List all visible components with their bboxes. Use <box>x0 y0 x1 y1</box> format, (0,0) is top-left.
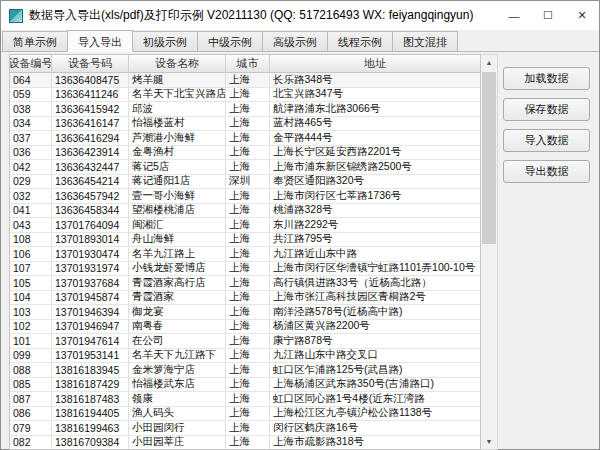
table-row[interactable]: 03813636415942邱波上海航津路浦东北路3066号 <box>10 102 480 117</box>
table-row[interactable]: 08513816187429怡福楼武东店上海上海杨浦区武东路350号(吉浦路口) <box>10 378 480 393</box>
vertical-scrollbar[interactable]: ▲ ▼ <box>481 54 498 450</box>
cell-device-name: 望湘楼桃浦店 <box>129 204 226 219</box>
cell-device-id: 064 <box>10 73 52 88</box>
table-row[interactable]: 10513701937684青霞酒家高行店上海高行镇俱进路33号（近杨高北路） <box>10 276 480 291</box>
tab-page-import-export: 设备编号设备号码设备名称城市地址 06413636408475烤羊腿上海长乐路3… <box>1 52 599 449</box>
cell-device-phone: 13701946947 <box>52 320 129 335</box>
cell-device-id: 043 <box>10 218 52 233</box>
table-row[interactable]: 03613636423914金粤渔村上海上海长宁区延安西路2201号 <box>10 146 480 161</box>
cell-address: 北宝兴路347号 <box>270 88 480 103</box>
cell-device-phone: 13816199463 <box>52 421 129 436</box>
cell-device-id: 108 <box>10 233 52 248</box>
table-row[interactable]: 02913636454214蒋记通阳1店深圳奉贤区通阳路320号 <box>10 175 480 190</box>
cell-device-name: 渔人码头 <box>129 407 226 422</box>
table-row[interactable]: 08713816187483领康上海虹口区同心路1号4楼(近东江湾路 <box>10 392 480 407</box>
column-header-city[interactable]: 城市 <box>226 55 270 73</box>
table-row[interactable]: 10713701931974小钱龙虾爱博店上海上海市闵行区华漕镇宁虹路1101弄… <box>10 262 480 277</box>
cell-device-name: 芦潮港小海鲜 <box>129 131 226 146</box>
cell-device-phone: 13636423914 <box>52 146 129 161</box>
cell-city: 上海 <box>226 334 270 349</box>
cell-city: 上海 <box>226 407 270 422</box>
import-data-button[interactable]: 导入数据 <box>503 129 590 152</box>
table-row[interactable]: 08613816194405渔人码头上海上海松江区九亭镇沪松公路1138号 <box>10 407 480 422</box>
table-row[interactable]: 03213636457942壹一哥小海鲜上海上海市闵行区七莘路1736号 <box>10 189 480 204</box>
column-header-device-name[interactable]: 设备名称 <box>129 55 226 73</box>
cell-device-name: 舟山海鲜 <box>129 233 226 248</box>
close-button[interactable]: ✕ <box>565 1 599 30</box>
cell-city: 上海 <box>226 291 270 306</box>
tab-richtext[interactable]: 图文混排 <box>392 31 458 51</box>
tab-middle[interactable]: 中级示例 <box>197 31 263 51</box>
cell-device-phone: 13701937684 <box>52 276 129 291</box>
cell-device-name: 在公司 <box>129 334 226 349</box>
cell-device-name: 领康 <box>129 392 226 407</box>
table-row[interactable]: 08813816183945金米箩海宁店上海虹口区乍浦路125号(武昌路) <box>10 363 480 378</box>
table-row[interactable]: 06413636408475烤羊腿上海长乐路348号 <box>10 73 480 88</box>
tab-thread[interactable]: 线程示例 <box>327 31 393 51</box>
cell-device-name: 青霞酒家高行店 <box>129 276 226 291</box>
table-row[interactable]: 07913816199463小田园闵行上海闵行区鹤庆路16号 <box>10 421 480 436</box>
column-header-device-id[interactable]: 设备编号 <box>10 55 52 73</box>
export-data-button[interactable]: 导出数据 <box>503 160 590 183</box>
table-row[interactable]: 08213816709384小田园莘庄上海上海市疏影路318号 <box>10 436 480 450</box>
tab-import-export[interactable]: 导入导出 <box>67 30 133 52</box>
cell-device-phone: 13701946394 <box>52 305 129 320</box>
cell-device-name: 名羊九江路上 <box>129 247 226 262</box>
maximize-button[interactable]: ☐ <box>531 1 565 30</box>
cell-city: 上海 <box>226 146 270 161</box>
table-body: 06413636408475烤羊腿上海长乐路348号05913636411246… <box>10 73 480 450</box>
cell-device-name: 小钱龙虾爱博店 <box>129 262 226 277</box>
cell-device-id: 105 <box>10 276 52 291</box>
cell-device-id: 037 <box>10 131 52 146</box>
cell-address: 九江路近山东中路 <box>270 247 480 262</box>
cell-city: 上海 <box>226 392 270 407</box>
scroll-up-icon[interactable]: ▲ <box>481 55 497 70</box>
table-row[interactable]: 10813701893014舟山海鲜上海共江路795号 <box>10 233 480 248</box>
cell-address: 九江路山东中路交叉口 <box>270 349 480 364</box>
cell-device-phone: 13816183945 <box>52 363 129 378</box>
table-row[interactable]: 04113636458344望湘楼桃浦店上海桃浦路328号 <box>10 204 480 219</box>
cell-device-phone: 13701931974 <box>52 262 129 277</box>
table-row[interactable]: 03713636416294芦潮港小海鲜上海金平路444号 <box>10 131 480 146</box>
cell-city: 上海 <box>226 349 270 364</box>
cell-device-id: 088 <box>10 363 52 378</box>
column-header-device-phone[interactable]: 设备号码 <box>52 55 129 73</box>
cell-address: 虹口区乍浦路125号(武昌路) <box>270 363 480 378</box>
minimize-button[interactable]: — <box>497 1 531 30</box>
table-row[interactable]: 10113701947614在公司上海康宁路878号 <box>10 334 480 349</box>
tab-senior[interactable]: 高级示例 <box>262 31 328 51</box>
tab-basic[interactable]: 初级示例 <box>132 31 198 51</box>
cell-city: 上海 <box>226 204 270 219</box>
cell-city: 上海 <box>226 247 270 262</box>
table-row[interactable]: 10313701946394御龙宴上海南洋泾路578号(近杨高中路) <box>10 305 480 320</box>
save-data-button[interactable]: 保存数据 <box>503 98 590 121</box>
table-row[interactable]: 05913636411246名羊天下北宝兴路店上海北宝兴路347号 <box>10 88 480 103</box>
cell-city: 深圳 <box>226 175 270 190</box>
table-row[interactable]: 04313701764094闽湘汇上海东川路2292号 <box>10 218 480 233</box>
tab-bar: 简单示例导入导出初级示例中级示例高级示例线程示例图文混排 <box>1 30 599 52</box>
cell-device-name: 金粤渔村 <box>129 146 226 161</box>
tab-simple[interactable]: 简单示例 <box>2 31 68 51</box>
cell-address: 上海杨浦区武东路350号(吉浦路口) <box>270 378 480 393</box>
table-row[interactable]: 10213701946947南粤春上海杨浦区黄兴路2200号 <box>10 320 480 335</box>
cell-city: 上海 <box>226 131 270 146</box>
title-bar[interactable]: 数据导入导出(xls/pdf)及打印示例 V20211130 (QQ: 5172… <box>1 1 599 30</box>
table-row[interactable]: 03413636416147怡福楼蓝村上海蓝村路465号 <box>10 117 480 132</box>
cell-address: 上海市张江高科技园区青桐路2号 <box>270 291 480 306</box>
table-row[interactable]: 09913701953141名羊天下九江路下上海九江路山东中路交叉口 <box>10 349 480 364</box>
table-row[interactable]: 04213636432447蒋记5店上海上海市浦东新区锦绣路2500号 <box>10 160 480 175</box>
column-header-address[interactable]: 地址 <box>270 55 480 73</box>
scrollbar-thumb[interactable] <box>482 72 496 244</box>
app-icon <box>9 9 23 23</box>
cell-city: 上海 <box>226 73 270 88</box>
cell-device-phone: 13636411246 <box>52 88 129 103</box>
table-row[interactable]: 10613701930474名羊九江路上上海九江路近山东中路 <box>10 247 480 262</box>
load-data-button[interactable]: 加载数据 <box>503 67 590 90</box>
cell-device-name: 小田园闵行 <box>129 421 226 436</box>
cell-device-id: 107 <box>10 262 52 277</box>
scrollbar-track[interactable] <box>481 70 497 434</box>
scroll-down-icon[interactable]: ▼ <box>481 434 497 449</box>
cell-city: 上海 <box>226 160 270 175</box>
cell-device-id: 104 <box>10 291 52 306</box>
table-row[interactable]: 10413701945874青霞酒家上海上海市张江高科技园区青桐路2号 <box>10 291 480 306</box>
